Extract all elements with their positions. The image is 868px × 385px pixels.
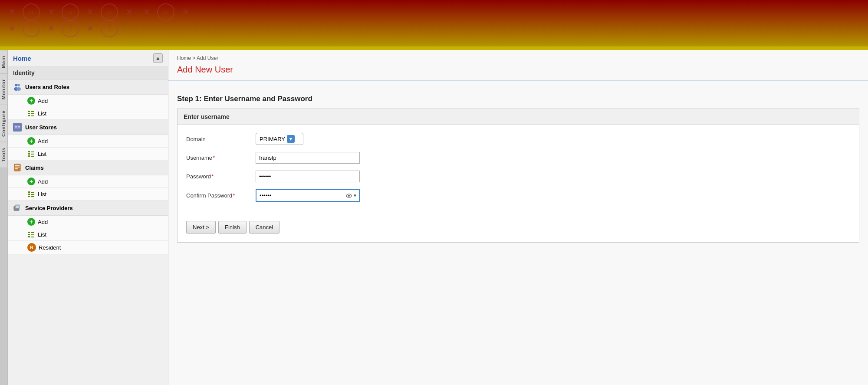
- sidebar-claims-list[interactable]: List: [8, 188, 168, 201]
- username-label: Username*: [186, 155, 256, 161]
- sidebar-sp-resident[interactable]: R Resident: [8, 241, 168, 254]
- password-reveal-button[interactable]: ▼: [346, 193, 357, 198]
- sidebar-stores-list[interactable]: List: [8, 148, 168, 160]
- password-control: [256, 171, 360, 182]
- deco-circle7: ○: [101, 20, 118, 37]
- confirm-password-label: Confirm Password*: [186, 192, 256, 199]
- sidebar-home-link[interactable]: Home: [13, 55, 31, 62]
- svg-rect-35: [16, 207, 19, 208]
- svg-point-3: [16, 87, 21, 91]
- finish-button[interactable]: Finish: [218, 221, 247, 234]
- stores-list-label: List: [38, 151, 46, 157]
- svg-rect-5: [31, 111, 34, 112]
- username-required-marker: *: [213, 155, 215, 161]
- svg-rect-29: [31, 194, 34, 195]
- deco-x7: ✕: [5, 20, 18, 37]
- collapse-button[interactable]: ▲: [153, 53, 163, 63]
- sidebar-users-list[interactable]: List: [8, 107, 168, 120]
- tab-main[interactable]: Main: [0, 50, 7, 73]
- service-providers-label: Service Providers: [25, 205, 73, 211]
- claims-add-label: Add: [38, 178, 48, 185]
- claims-label: Claims: [25, 165, 44, 171]
- form-section: Enter username Domain PRIMARY ▼: [177, 109, 859, 243]
- svg-point-0: [15, 84, 17, 86]
- identity-section-label: Identity: [13, 69, 35, 76]
- username-label-text: Username: [186, 155, 212, 161]
- svg-rect-39: [31, 234, 34, 235]
- svg-rect-37: [31, 232, 34, 233]
- password-input[interactable]: [256, 171, 360, 182]
- svg-rect-34: [16, 206, 19, 207]
- tab-configure[interactable]: Configure: [0, 105, 7, 142]
- confirm-password-required-marker: *: [233, 192, 235, 199]
- stores-add-label: Add: [38, 138, 48, 145]
- domain-label: Domain: [186, 136, 256, 142]
- user-stores-label: User Stores: [25, 124, 57, 131]
- users-icon: [13, 82, 22, 91]
- sidebar-claims-add[interactable]: + Add: [8, 175, 168, 188]
- confirm-password-wrapper: ▼: [256, 189, 360, 202]
- password-required-marker: *: [211, 173, 214, 180]
- sidebar: Home ▲ Identity Users and Roles + Ad: [8, 50, 168, 385]
- vertical-tabs: Main Monitor Configure Tools: [0, 50, 8, 385]
- eye-icon: [346, 194, 352, 198]
- breadcrumb-current: Add User: [197, 55, 218, 61]
- svg-rect-27: [31, 192, 34, 193]
- deco-circle2: ○: [62, 3, 79, 21]
- claims-list-label: List: [38, 191, 46, 197]
- resident-icon: R: [27, 243, 36, 252]
- sidebar-item-service-providers[interactable]: Service Providers: [8, 201, 168, 216]
- add-icon-sp: +: [27, 218, 35, 226]
- svg-rect-26: [28, 191, 30, 193]
- sidebar-section-identity[interactable]: Identity: [8, 67, 168, 79]
- tab-monitor[interactable]: Monitor: [0, 73, 7, 105]
- confirm-password-input[interactable]: [256, 189, 360, 202]
- svg-rect-14: [28, 151, 30, 152]
- form-row-confirm-password: Confirm Password* ▼: [186, 186, 850, 205]
- svg-rect-17: [31, 154, 34, 155]
- svg-rect-40: [28, 236, 30, 237]
- svg-rect-4: [28, 111, 30, 112]
- sidebar-sp-list[interactable]: List: [8, 228, 168, 241]
- sidebar-stores-add[interactable]: + Add: [8, 135, 168, 148]
- deco-x6: ✕: [179, 3, 192, 21]
- top-bar: ✕ ○ ✕ ○ ✕ ○ ✕ ✕ ○ ✕ ✕ ○ ✕ ○ ✕ ○: [0, 0, 868, 50]
- sidebar-item-user-stores[interactable]: User Stores: [8, 120, 168, 135]
- deco-x: ✕: [5, 3, 18, 21]
- sidebar-item-users-and-roles[interactable]: Users and Roles: [8, 79, 168, 95]
- username-input[interactable]: [256, 152, 360, 164]
- deco-x3: ✕: [83, 3, 96, 21]
- svg-rect-22: [15, 167, 20, 168]
- svg-point-1: [17, 84, 20, 86]
- svg-rect-12: [18, 126, 20, 128]
- domain-select[interactable]: PRIMARY ▼: [256, 133, 303, 145]
- sidebar-sp-add[interactable]: + Add: [8, 216, 168, 228]
- sp-resident-label: Resident: [39, 244, 61, 251]
- svg-rect-30: [28, 196, 30, 197]
- deco-circle4: ○: [157, 3, 174, 21]
- users-and-roles-label: Users and Roles: [25, 84, 69, 90]
- breadcrumb-home[interactable]: Home: [177, 55, 191, 61]
- sidebar-item-claims[interactable]: ! Claims: [8, 160, 168, 175]
- svg-rect-18: [28, 155, 30, 157]
- svg-rect-38: [28, 234, 30, 235]
- domain-value: PRIMARY: [260, 136, 285, 142]
- password-label-text: Password: [186, 173, 211, 180]
- confirm-password-label-text: Confirm Password: [186, 192, 232, 199]
- username-control: [256, 152, 360, 164]
- add-icon-users: +: [27, 97, 35, 105]
- next-button[interactable]: Next >: [186, 221, 216, 234]
- domain-dropdown-arrow: ▼: [287, 135, 295, 143]
- cancel-button[interactable]: Cancel: [249, 221, 279, 234]
- deco-circle6: ○: [62, 20, 79, 37]
- sidebar-users-add[interactable]: + Add: [8, 95, 168, 107]
- deco-x4: ✕: [122, 3, 135, 21]
- stores-icon: [13, 123, 22, 132]
- svg-rect-21: [15, 165, 20, 166]
- form-row-domain: Domain PRIMARY ▼: [186, 129, 850, 148]
- deco-x5: ✕: [140, 3, 153, 21]
- svg-rect-6: [28, 113, 30, 114]
- confirm-password-control: ▼: [256, 189, 360, 202]
- sp-add-label: Add: [38, 219, 48, 225]
- tab-tools[interactable]: Tools: [0, 142, 7, 168]
